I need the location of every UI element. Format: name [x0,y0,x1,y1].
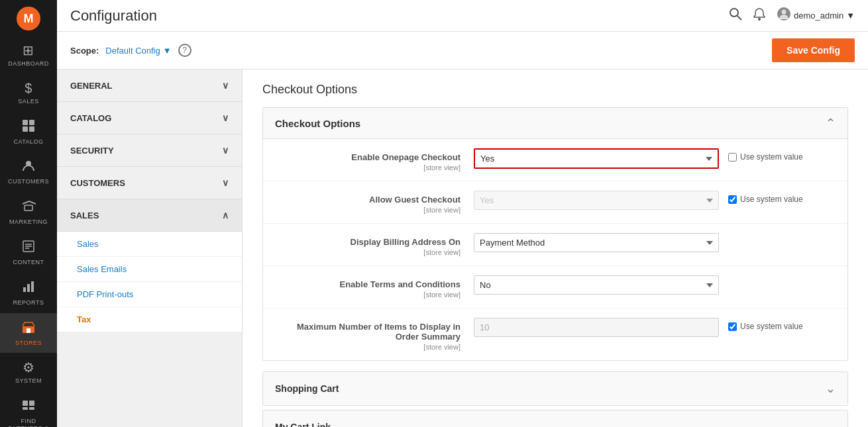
svg-text:M: M [24,12,34,25]
field-storeview-enable-terms: [store view] [275,291,461,299]
svg-rect-7 [25,205,32,211]
marketing-icon [21,199,36,216]
search-icon[interactable] [729,7,742,24]
nav-section-catalog[interactable]: CATALOG ∨ [57,102,242,134]
sidebar-item-label: DASHBOARD [8,60,49,68]
select-allow-guest[interactable]: Yes No [474,191,719,210]
nav-item-sales-emails[interactable]: Sales Emails [57,257,242,282]
sidebar-item-label: STORES [15,340,42,347]
nav-item-pdf-printouts[interactable]: PDF Print-outs [57,282,242,307]
scope-help-button[interactable]: ? [178,44,191,57]
sidebar-item-system[interactable]: ⚙ SYSTEM [0,353,57,391]
notifications-icon[interactable] [753,7,766,24]
sidebar: M ⊞ DASHBOARD $ SALES CATALOG CUSTOMERS [0,0,57,427]
sidebar-item-stores[interactable]: STORES [0,313,57,354]
svg-rect-17 [23,401,28,406]
svg-rect-13 [27,284,30,292]
nav-section-customers[interactable]: CUSTOMERS ∨ [57,167,242,199]
nav-item-sales[interactable]: Sales [57,232,242,257]
config-control-col: Use system value [474,318,836,337]
system-value-label: Use system value [740,195,803,204]
sidebar-item-dashboard[interactable]: ⊞ DASHBOARD [0,36,57,74]
nav-section-customers-label: CUSTOMERS [70,178,125,188]
topbar: Configuration [57,0,868,32]
config-row-enable-terms: Enable Terms and Conditions [store view]… [263,266,847,308]
svg-rect-2 [23,120,28,125]
input-max-items[interactable] [474,318,719,337]
sidebar-item-reports[interactable]: REPORTS [0,273,57,313]
field-label-display-billing: Display Billing Address On [275,237,461,247]
user-menu[interactable]: demo_admin ▼ [777,7,855,24]
svg-point-23 [758,18,761,21]
select-enable-onepage[interactable]: Yes No [474,148,719,169]
select-enable-terms[interactable]: No Yes [474,275,719,295]
sales-icon: $ [25,81,32,96]
svg-rect-16 [27,328,30,333]
scope-bar: Scope: Default Config ▼ ? Save Config [57,32,868,70]
svg-rect-12 [23,287,26,292]
checkout-options-collapse[interactable]: Checkout Options ⌃ [263,108,847,139]
nav-sub-items-sales: Sales Sales Emails PDF Print-outs Tax [57,232,242,332]
page-title: Configuration [70,7,157,24]
field-storeview-max-items: [store view] [275,343,461,351]
partners-icon [21,398,36,416]
user-name: demo_admin [794,11,843,21]
svg-rect-19 [23,407,28,410]
sidebar-item-label: CUSTOMERS [8,178,49,185]
sidebar-item-customers[interactable]: CUSTOMERS [0,152,57,192]
config-label-col: Enable Onepage Checkout [store view] [275,148,474,171]
chevron-down-icon: ∨ [222,145,229,156]
system-icon: ⚙ [23,359,35,375]
config-control-col: No Yes [474,275,836,295]
left-nav: GENERAL ∨ CATALOG ∨ SECURITY ∨ CUSTOMERS… [57,70,243,427]
nav-section-security[interactable]: SECURITY ∨ [57,134,242,167]
checkout-options-block: Checkout Options ⌃ Enable Onepage Checko… [262,107,848,361]
sidebar-item-label: CATALOG [13,138,43,146]
field-storeview-display-billing: [store view] [275,248,461,256]
my-cart-link-title: My Cart Link [275,422,331,427]
scope-select[interactable]: Default Config ▼ [105,46,171,56]
chevron-up-icon: ∧ [222,210,229,220]
nav-section-general-label: GENERAL [70,81,113,91]
system-value-check-max: Use system value [728,318,803,331]
system-value-checkbox-max[interactable] [728,322,737,331]
save-config-button[interactable]: Save Config [772,38,855,62]
sidebar-item-sales[interactable]: $ SALES [0,74,57,112]
sidebar-item-label: MARKETING [9,218,48,226]
checkout-options-block-title: Checkout Options [275,118,360,129]
sidebar-item-partners[interactable]: FIND PARTNERS & EXTENSIONS [0,391,57,427]
shopping-cart-header[interactable]: Shopping Cart ⌄ [263,372,847,405]
content-area: GENERAL ∨ CATALOG ∨ SECURITY ∨ CUSTOMERS… [57,70,868,427]
svg-rect-14 [31,281,34,292]
my-cart-link-header[interactable]: My Cart Link ⌄ [263,410,847,427]
sidebar-item-label: REPORTS [13,299,44,307]
config-row-display-billing: Display Billing Address On [store view] … [263,224,847,266]
nav-section-general[interactable]: GENERAL ∨ [57,70,242,102]
system-value-checkbox-guest[interactable] [728,195,737,204]
system-value-check-guest: Use system value [728,191,803,204]
chevron-down-icon: ∨ [222,177,229,188]
system-value-check-onepage: Use system value [728,148,803,162]
system-value-checkbox-onepage[interactable] [728,153,737,162]
sidebar-item-content[interactable]: CONTENT [0,232,57,273]
nav-section-catalog-label: CATALOG [70,113,111,123]
main-content: Configuration [57,0,868,427]
config-control-col: Yes No Use system value [474,191,836,210]
svg-point-25 [781,10,786,15]
nav-section-sales[interactable]: SALES ∧ [57,199,242,232]
config-control-col: Yes No Use system value [474,148,836,169]
shopping-cart-section: Shopping Cart ⌄ [262,371,848,406]
sidebar-item-marketing[interactable]: MARKETING [0,192,57,232]
my-cart-link-expand-icon: ⌄ [826,420,836,427]
nav-item-tax[interactable]: Tax [57,307,242,332]
svg-rect-20 [29,407,34,410]
topbar-right: demo_admin ▼ [729,7,855,24]
config-panel: Checkout Options Checkout Options ⌃ Enab… [243,70,868,427]
svg-rect-18 [29,401,34,406]
config-label-col: Enable Terms and Conditions [store view] [275,275,474,299]
select-display-billing[interactable]: Payment Method Payment Page [474,233,719,252]
system-value-label: Use system value [740,322,803,331]
config-label-col: Allow Guest Checkout [store view] [275,191,474,214]
field-storeview-enable-onepage: [store view] [275,164,461,171]
sidebar-item-catalog[interactable]: CATALOG [0,112,57,152]
